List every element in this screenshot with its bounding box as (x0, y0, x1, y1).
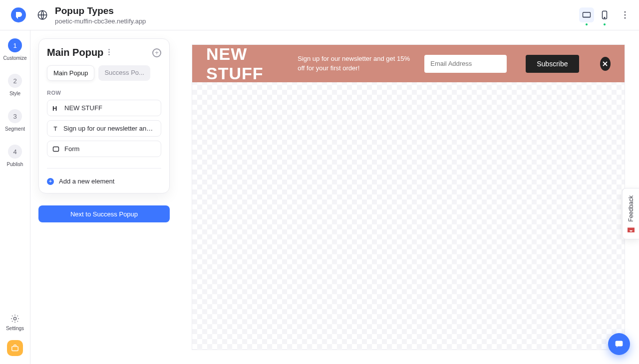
settings-button[interactable]: Settings (6, 314, 24, 331)
page-title: Popup Types (55, 5, 146, 16)
svg-text:H: H (52, 105, 57, 112)
topbar-more-button[interactable] (618, 8, 632, 22)
element-heading[interactable]: H NEW STUFF (47, 100, 161, 116)
svg-point-7 (624, 17, 626, 18)
svg-point-4 (604, 17, 605, 18)
chat-button[interactable] (608, 333, 630, 355)
chat-icon (614, 339, 625, 350)
site-info: Popup Types poetic-muffin-cbc3ee.netlify… (37, 5, 146, 25)
device-mobile-button[interactable] (597, 7, 612, 22)
svg-rect-2 (583, 12, 591, 17)
close-icon (602, 61, 608, 67)
form-icon (52, 146, 59, 153)
subscribe-button[interactable]: Subscribe (526, 55, 579, 73)
globe-icon (37, 9, 48, 20)
preview-canvas: NEW STUFF Sign up for our newsletter and… (178, 30, 639, 364)
svg-rect-16 (616, 341, 623, 347)
tab-main-popup[interactable]: Main Popup (47, 65, 94, 81)
top-bar: Popup Types poetic-muffin-cbc3ee.netlify… (0, 0, 639, 30)
popup-headline: NEW STUFF (206, 44, 286, 83)
tab-success-popup[interactable]: Success Po... (98, 65, 150, 81)
rail-step-publish[interactable]: 4 Publish (7, 145, 23, 167)
dots-vertical-icon (624, 11, 626, 19)
svg-point-6 (624, 14, 626, 15)
site-url: poetic-muffin-cbc3ee.netlify.app (55, 17, 146, 25)
left-rail: 1 Customize 2 Style 3 Segment 4 Publish … (0, 30, 30, 364)
email-input-wrap[interactable] (424, 55, 507, 73)
briefcase-button[interactable] (7, 340, 23, 356)
element-text[interactable]: Sign up for our newsletter and get 1... (47, 120, 161, 137)
gear-icon (10, 314, 20, 324)
feedback-tab[interactable]: Feedback (622, 188, 639, 239)
rail-step-style[interactable]: 2 Style (8, 74, 22, 96)
section-label-row: ROW (47, 90, 161, 96)
svg-point-11 (109, 51, 110, 53)
mobile-icon (602, 10, 608, 19)
device-switcher (579, 7, 632, 22)
email-field[interactable] (430, 60, 514, 67)
device-desktop-button[interactable] (579, 7, 594, 22)
svg-rect-14 (53, 147, 59, 151)
desktop-icon (582, 11, 591, 18)
logo-icon (11, 7, 26, 22)
svg-rect-9 (12, 347, 18, 351)
next-button[interactable]: Next to Success Popup (38, 205, 170, 222)
popup-close-button[interactable] (600, 57, 611, 71)
popup-tabs: Main Popup Success Po... (47, 65, 161, 81)
rail-step-customize[interactable]: 1 Customize (3, 38, 26, 61)
add-popup-button[interactable]: + (152, 48, 161, 57)
app-logo[interactable] (7, 7, 30, 22)
add-element-button[interactable]: + Add a new element (47, 168, 161, 185)
briefcase-icon (11, 345, 19, 352)
svg-point-8 (13, 317, 16, 320)
editor-title: Main Popup (47, 47, 103, 58)
text-icon (52, 125, 58, 132)
dots-vertical-icon (108, 49, 110, 55)
editor-panel: Main Popup + Main Popup Success Po... RO… (30, 30, 178, 364)
svg-point-10 (109, 49, 110, 50)
svg-point-12 (109, 54, 110, 55)
plus-circle-icon: + (47, 178, 54, 185)
svg-point-5 (624, 11, 626, 12)
heading-icon: H (52, 105, 59, 112)
plus-icon: + (155, 49, 159, 56)
editor-title-more[interactable] (108, 48, 110, 57)
editor-card: Main Popup + Main Popup Success Po... RO… (38, 38, 170, 193)
popup-banner[interactable]: NEW STUFF Sign up for our newsletter and… (192, 45, 625, 82)
popup-subtext: Sign up for our newsletter and get 15% o… (298, 54, 412, 72)
rail-step-segment[interactable]: 3 Segment (5, 109, 25, 132)
inbox-icon (627, 227, 636, 234)
preview-frame: NEW STUFF Sign up for our newsletter and… (192, 44, 625, 350)
element-form[interactable]: Form (47, 141, 161, 157)
